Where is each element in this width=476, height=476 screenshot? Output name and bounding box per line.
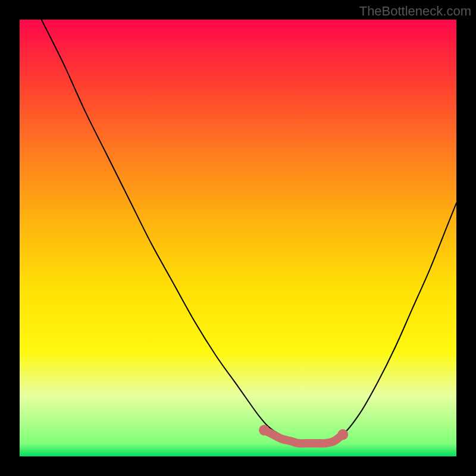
marker-curve [264,430,343,443]
chart-curve-left-branch [42,20,325,444]
chart-curve-right-branch [325,203,456,443]
curve-layer [20,20,456,456]
marker-dot [337,429,348,440]
plot-area [20,20,456,456]
chart-frame: TheBottleneck.com [0,0,476,476]
attribution-text: TheBottleneck.com [359,4,471,19]
marker-dot [259,425,270,436]
